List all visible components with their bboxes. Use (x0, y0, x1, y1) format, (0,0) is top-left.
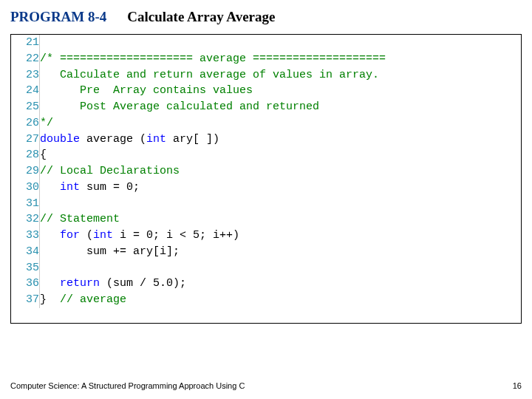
line-source: } // average (40, 292, 522, 308)
line-number: 32 (11, 211, 40, 228)
code-token: // average (60, 293, 126, 306)
line-source: for (int i = 0; i < 5; i++) (40, 228, 522, 244)
line-number: 25 (11, 99, 40, 115)
line-source: return (sum / 5.0); (40, 276, 522, 292)
line-source: Pre Array contains values (40, 83, 522, 99)
line-source: sum += ary[i]; (40, 244, 522, 260)
line-number: 34 (11, 244, 40, 260)
line-source: */ (40, 115, 522, 132)
line-number: 23 (11, 67, 40, 83)
code-token: Pre Array contains values (40, 84, 253, 97)
code-token: /* ==================== average ========… (40, 52, 386, 65)
code-line: 27double average (int ary[ ]) (11, 132, 521, 148)
page-number: 16 (513, 381, 522, 390)
line-number: 26 (11, 115, 40, 132)
code-token (40, 229, 60, 242)
line-source: /* ==================== average ========… (40, 51, 522, 67)
line-number: 37 (11, 292, 40, 308)
line-source (40, 260, 522, 276)
code-token: int (146, 133, 166, 146)
line-source: // Statement (40, 211, 522, 228)
line-number: 30 (11, 180, 40, 196)
line-number: 36 (11, 276, 40, 292)
program-title: Calculate Array Average (127, 9, 275, 25)
code-token: { (40, 149, 47, 161)
code-token: } (40, 293, 60, 306)
code-line: 25 Post Average calculated and returned (11, 99, 521, 115)
code-line: 26*/ (11, 115, 521, 132)
code-token (40, 277, 60, 290)
line-number: 29 (11, 163, 40, 180)
slide-footer: Computer Science: A Structured Programmi… (10, 381, 522, 390)
code-token: (sum / 5.0); (100, 277, 186, 290)
line-number: 35 (11, 260, 40, 276)
line-number: 28 (11, 147, 40, 163)
line-source (40, 196, 522, 212)
code-token: int (60, 181, 80, 194)
line-number: 24 (11, 83, 40, 99)
code-token: sum = 0; (80, 181, 140, 194)
code-token: return (60, 277, 100, 290)
code-line: 23 Calculate and return average of value… (11, 67, 521, 83)
line-number: 22 (11, 51, 40, 67)
line-source: { (40, 147, 522, 163)
code-line: 31 (11, 196, 521, 212)
code-token: Calculate and return average of values i… (40, 69, 379, 81)
code-line: 32// Statement (11, 211, 521, 228)
code-line: 29// Local Declarations (11, 163, 521, 180)
code-token: */ (40, 117, 53, 129)
code-token: average ( (80, 133, 146, 146)
line-number: 33 (11, 228, 40, 244)
code-line: 28{ (11, 147, 521, 163)
code-token: ary[ ]) (166, 133, 219, 146)
code-listing: 2122/* ==================== average ====… (10, 34, 522, 324)
code-line: 30 int sum = 0; (11, 180, 521, 196)
code-token: ( (80, 229, 93, 242)
code-token: Post Average calculated and returned (40, 100, 319, 113)
program-label: PROGRAM 8-4 (10, 9, 106, 25)
slide-header: PROGRAM 8-4 Calculate Array Average (0, 0, 532, 31)
line-source: // Local Declarations (40, 163, 522, 180)
code-table: 2122/* ==================== average ====… (11, 35, 521, 308)
book-title: Computer Science: A Structured Programmi… (10, 381, 245, 390)
code-token (40, 181, 60, 194)
code-line: 37} // average (11, 292, 521, 308)
line-source (40, 35, 522, 51)
code-token: double (40, 133, 80, 146)
code-line: 36 return (sum / 5.0); (11, 276, 521, 292)
code-token: int (93, 229, 113, 242)
code-token: i = 0; i < 5; i++) (113, 229, 239, 242)
line-source: double average (int ary[ ]) (40, 132, 522, 148)
line-number: 27 (11, 132, 40, 148)
code-token: sum += ary[i]; (40, 245, 180, 258)
line-source: Calculate and return average of values i… (40, 67, 522, 83)
code-line: 34 sum += ary[i]; (11, 244, 521, 260)
code-token: // Statement (40, 213, 120, 225)
code-line: 24 Pre Array contains values (11, 83, 521, 99)
line-number: 21 (11, 35, 40, 51)
line-source: Post Average calculated and returned (40, 99, 522, 115)
code-line: 35 (11, 260, 521, 276)
line-source: int sum = 0; (40, 180, 522, 196)
code-token: for (60, 229, 80, 242)
code-line: 21 (11, 35, 521, 51)
code-token: // Local Declarations (40, 165, 180, 177)
code-line: 22/* ==================== average ======… (11, 51, 521, 67)
code-line: 33 for (int i = 0; i < 5; i++) (11, 228, 521, 244)
line-number: 31 (11, 196, 40, 212)
